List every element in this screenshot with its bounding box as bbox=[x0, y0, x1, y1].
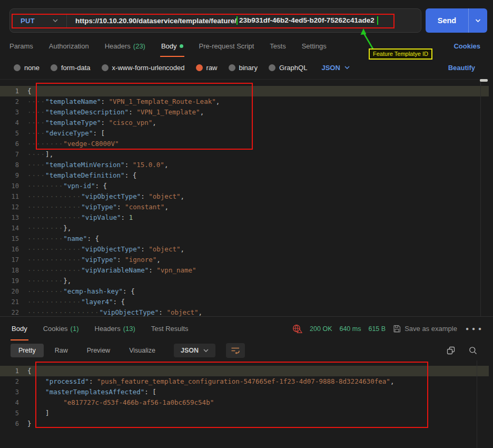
tab-params[interactable]: Params bbox=[8, 35, 34, 57]
code-line[interactable]: 6········"vedge-C8000V" bbox=[0, 139, 489, 149]
status-badge[interactable]: 200 OK bbox=[310, 325, 332, 333]
token-p: , bbox=[180, 192, 184, 200]
code-text: { bbox=[27, 86, 32, 96]
method-select[interactable]: PUT bbox=[10, 17, 66, 25]
whitespace: ················ bbox=[27, 308, 99, 316]
token-p: : bbox=[117, 203, 125, 211]
body-mode-binary[interactable]: binary bbox=[229, 64, 258, 72]
code-line[interactable]: 8····"templateMinVersion": "15.0.0", bbox=[0, 160, 489, 170]
response-scrollbar-track[interactable] bbox=[477, 361, 477, 448]
line-number: 2 bbox=[0, 376, 27, 387]
token-s: "object" bbox=[166, 308, 198, 316]
token-p: : bbox=[101, 119, 109, 126]
body-mode-raw[interactable]: raw bbox=[196, 64, 218, 72]
tab-pre-request-script[interactable]: Pre-request Script bbox=[198, 35, 255, 57]
code-line[interactable]: 6} bbox=[0, 418, 489, 429]
code-line[interactable]: 16············"vipObjectType": "object", bbox=[0, 244, 489, 255]
chevron-down-icon bbox=[53, 19, 58, 23]
code-line[interactable]: 3 "masterTemplatesAffected": [ bbox=[0, 387, 489, 397]
token-k: "vipObjectType" bbox=[81, 192, 141, 200]
code-line[interactable]: 5····"deviceType": [ bbox=[0, 128, 489, 139]
body-mode-options: noneform-datax-www-form-urlencodedrawbin… bbox=[14, 64, 307, 72]
send-options-dropdown[interactable] bbox=[468, 8, 487, 33]
code-line[interactable]: 10········"vpn-id": { bbox=[0, 181, 489, 191]
view-visualize[interactable]: Visualize bbox=[121, 344, 163, 357]
view-pretty[interactable]: Pretty bbox=[11, 344, 44, 357]
response-view-switch: PrettyRawPreviewVisualize bbox=[11, 344, 163, 357]
url-input[interactable]: https://10.10.20.90/dataservice/template… bbox=[67, 16, 378, 25]
whitespace: ············ bbox=[27, 266, 81, 274]
code-line[interactable]: 12············"vipType": "constant", bbox=[0, 202, 489, 212]
code-line[interactable]: 21············"layer4": { bbox=[0, 297, 489, 307]
send-button-label: Send bbox=[426, 16, 468, 25]
token-s: "VPN_1_Template" bbox=[136, 108, 200, 116]
beautify-link[interactable]: Beautify bbox=[448, 64, 479, 72]
line-number: 2 bbox=[0, 96, 27, 107]
code-text: ········"vedge-C8000V" bbox=[27, 139, 119, 149]
response-size[interactable]: 615 B bbox=[368, 325, 386, 333]
code-line[interactable]: 4 "e817727c-d53f-466b-af56-1a0bc659c54b" bbox=[0, 397, 489, 408]
code-line[interactable]: 2 "processId": "push_feature_template_co… bbox=[0, 376, 489, 387]
code-line[interactable]: 11············"vipObjectType": "object", bbox=[0, 191, 489, 202]
token-s: "VPN_1_Template_Route-Leak" bbox=[109, 98, 216, 105]
tab-authorization[interactable]: Authorization bbox=[48, 35, 90, 57]
search-icon[interactable] bbox=[469, 346, 477, 355]
response-body-editor[interactable]: 1{2 "processId": "push_feature_template_… bbox=[0, 361, 489, 448]
body-mode-none[interactable]: none bbox=[14, 64, 40, 72]
code-line[interactable]: 2····"templateName": "VPN_1_Template_Rou… bbox=[0, 96, 489, 107]
network-warning-icon[interactable] bbox=[292, 324, 302, 333]
editor-scrollbar-track[interactable] bbox=[480, 79, 481, 316]
request-body-editor[interactable]: 1{2····"templateName": "VPN_1_Template_R… bbox=[0, 79, 489, 316]
body-mode-x-www-form-urlencoded[interactable]: x-www-form-urlencoded bbox=[102, 64, 185, 72]
code-line[interactable]: 9····"templateDefinition": { bbox=[0, 170, 489, 181]
radio-icon bbox=[14, 64, 21, 71]
code-line[interactable]: 3····"templateDescription": "VPN_1_Templ… bbox=[0, 107, 489, 118]
tab-label: Params bbox=[9, 42, 33, 50]
body-mode-form-data[interactable]: form-data bbox=[51, 64, 91, 72]
tab-tests[interactable]: Tests bbox=[269, 35, 287, 57]
save-as-example-button[interactable]: Save as example bbox=[393, 325, 457, 333]
send-button[interactable]: Send bbox=[426, 8, 487, 33]
code-line[interactable]: 5 ] bbox=[0, 408, 489, 418]
response-language-label: JSON bbox=[181, 347, 199, 354]
cookies-link[interactable]: Cookies bbox=[453, 35, 485, 57]
code-line[interactable]: 19········}, bbox=[0, 276, 489, 286]
tab-body[interactable]: Body bbox=[160, 35, 184, 57]
response-tab-body[interactable]: Body bbox=[11, 317, 28, 340]
view-raw[interactable]: Raw bbox=[47, 344, 76, 357]
code-text: ············"layer4": { bbox=[27, 297, 125, 307]
tab-headers[interactable]: Headers(23) bbox=[104, 35, 146, 57]
response-tab-headers[interactable]: Headers(13) bbox=[94, 317, 136, 340]
code-line[interactable]: 15········"name": { bbox=[0, 233, 489, 244]
code-line[interactable]: 1{ bbox=[0, 86, 489, 96]
code-line[interactable]: 14········}, bbox=[0, 223, 489, 233]
editor-scrollbar-thumb[interactable] bbox=[480, 79, 488, 82]
response-time[interactable]: 640 ms bbox=[339, 325, 361, 333]
token-k: "templateType" bbox=[45, 119, 101, 126]
code-line[interactable]: 22················"vipObjectType": "obje… bbox=[0, 307, 489, 316]
copy-icon[interactable] bbox=[447, 346, 455, 355]
code-text: ····"templateType": "cisco_vpn", bbox=[27, 118, 156, 128]
response-tab-cookies[interactable]: Cookies(1) bbox=[42, 317, 80, 340]
code-line[interactable]: 4····"templateType": "cisco_vpn", bbox=[0, 118, 489, 128]
view-preview[interactable]: Preview bbox=[79, 344, 118, 357]
response-language-select[interactable]: JSON bbox=[174, 344, 215, 357]
code-line[interactable]: 20········"ecmp-hash-key": { bbox=[0, 286, 489, 297]
code-line[interactable]: 18············"vipVariableName": "vpn_na… bbox=[0, 265, 489, 276]
token-s: "ignore" bbox=[125, 256, 156, 264]
body-mode-graphql[interactable]: GraphQL bbox=[269, 64, 307, 72]
line-number: 6 bbox=[0, 139, 27, 149]
tab-settings[interactable]: Settings bbox=[301, 35, 328, 57]
language-select[interactable]: JSON bbox=[321, 64, 349, 72]
wrap-lines-button[interactable] bbox=[226, 343, 245, 358]
code-line[interactable]: 17············"vipType": "ignore", bbox=[0, 255, 489, 265]
code-line[interactable]: 1{ bbox=[0, 366, 489, 376]
more-options-button[interactable]: ● ● ● bbox=[465, 326, 482, 332]
token-k: "vpn-id" bbox=[63, 182, 95, 190]
token-p: : bbox=[159, 308, 166, 316]
token-p: , bbox=[164, 161, 169, 169]
line-number: 3 bbox=[0, 107, 27, 118]
code-line[interactable]: 7····], bbox=[0, 149, 489, 160]
response-tab-test-results[interactable]: Test Results bbox=[150, 317, 190, 340]
code-line[interactable]: 13············"vipValue": 1 bbox=[0, 212, 489, 223]
